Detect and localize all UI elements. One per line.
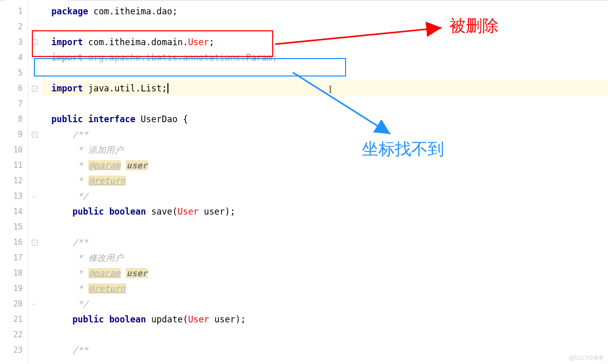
code-line: * @param user bbox=[41, 158, 608, 173]
annotation-text-notfound: 坐标找不到 bbox=[362, 138, 444, 161]
code-line: * 添加用户 bbox=[41, 142, 608, 158]
code-line: public boolean save(User user); bbox=[41, 204, 608, 219]
code-line bbox=[41, 19, 608, 34]
fold-gutter: - - - ⌐ - ⌐ bbox=[28, 1, 41, 364]
line-number-gutter: 123 456 789 101112 131415 161718 192021 … bbox=[0, 1, 28, 364]
code-line bbox=[41, 219, 608, 235]
fold-toggle-icon[interactable]: - bbox=[32, 132, 37, 138]
watermark: @51CTO博客 bbox=[569, 354, 604, 362]
text-caret-icon: I bbox=[329, 84, 332, 95]
code-line bbox=[41, 96, 608, 111]
code-line: package com.itheima.dao; bbox=[41, 4, 608, 19]
code-line: /** bbox=[41, 342, 608, 358]
text-cursor bbox=[167, 83, 168, 93]
code-line: * @param user bbox=[41, 265, 608, 281]
code-line: import org.apache.ibatis.annotations.Par… bbox=[41, 50, 608, 65]
code-editor[interactable]: 123 456 789 101112 131415 161718 192021 … bbox=[0, 0, 608, 364]
code-line: */ bbox=[41, 296, 608, 312]
fold-toggle-icon[interactable]: - bbox=[32, 240, 37, 245]
code-area[interactable]: package com.itheima.dao; import com.ithe… bbox=[41, 1, 608, 364]
fold-end-icon: - bbox=[32, 86, 37, 91]
code-line: public boolean update(User user); bbox=[41, 312, 608, 327]
code-line: */ bbox=[41, 188, 608, 204]
fold-toggle-icon[interactable]: - bbox=[32, 40, 37, 45]
code-line-current: import java.util.List; bbox=[41, 81, 608, 96]
code-line bbox=[41, 327, 608, 342]
code-line: /** bbox=[41, 235, 608, 250]
code-line: public interface UserDao { bbox=[41, 111, 608, 127]
code-line: /** bbox=[41, 127, 608, 142]
code-line: * @return bbox=[41, 173, 608, 188]
code-line: * @return bbox=[41, 281, 608, 296]
code-line: * 修改用户 bbox=[41, 250, 608, 265]
annotation-text-deleted: 被删除 bbox=[449, 15, 499, 37]
code-line bbox=[41, 65, 608, 81]
code-line: import com.itheima.domain.User; bbox=[41, 34, 608, 50]
